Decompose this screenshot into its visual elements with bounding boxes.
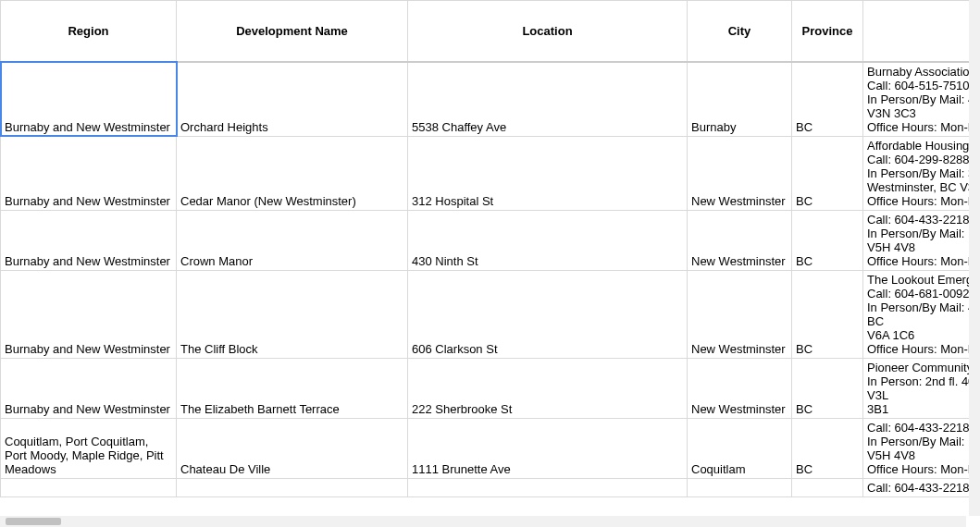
- horizontal-scroll-thumb[interactable]: [6, 518, 61, 525]
- header-city[interactable]: City: [688, 1, 792, 62]
- cell-extra[interactable]: Affordable Housing N Call: 604-299-8288 …: [863, 136, 981, 210]
- table-row: Burnaby and New WestminsterCrown Manor43…: [1, 210, 981, 270]
- header-row: Region Development Name Location City Pr…: [1, 1, 981, 62]
- cell-development[interactable]: Orchard Heights: [177, 62, 408, 137]
- cell-region[interactable]: Coquitlam, Port Coquitlam, Port Moody, M…: [1, 418, 177, 478]
- cell-location[interactable]: 1111 Brunette Ave: [408, 418, 688, 478]
- cell-location[interactable]: [408, 478, 688, 496]
- cell-region[interactable]: Burnaby and New Westminster: [1, 136, 177, 210]
- data-table[interactable]: Region Development Name Location City Pr…: [0, 0, 980, 497]
- cell-province[interactable]: BC: [792, 270, 863, 358]
- table-row: Burnaby and New WestminsterThe Cliff Blo…: [1, 270, 981, 358]
- cell-development[interactable]: Crown Manor: [177, 210, 408, 270]
- cell-development[interactable]: [177, 478, 408, 496]
- cell-location[interactable]: 222 Sherbrooke St: [408, 358, 688, 418]
- cell-location[interactable]: 606 Clarkson St: [408, 270, 688, 358]
- cell-region[interactable]: Burnaby and New Westminster: [1, 210, 177, 270]
- table-row: Burnaby and New WestminsterCedar Manor (…: [1, 136, 981, 210]
- cell-development[interactable]: The Cliff Block: [177, 270, 408, 358]
- cell-region[interactable]: [1, 478, 177, 496]
- cell-location[interactable]: 312 Hospital St: [408, 136, 688, 210]
- cell-extra[interactable]: Call: 604-433-2218 In Person/By Mail: 10…: [863, 418, 981, 478]
- spreadsheet-viewport: Region Development Name Location City Pr…: [0, 0, 980, 527]
- cell-region[interactable]: Burnaby and New Westminster: [1, 62, 177, 137]
- cell-development[interactable]: The Elizabeth Barnett Terrace: [177, 358, 408, 418]
- header-development[interactable]: Development Name: [177, 1, 408, 62]
- cell-province[interactable]: BC: [792, 136, 863, 210]
- cell-city[interactable]: Burnaby: [688, 62, 792, 137]
- cell-city[interactable]: New Westminster: [688, 136, 792, 210]
- cell-city[interactable]: [688, 478, 792, 496]
- cell-extra[interactable]: The Lookout Emerge Call: 604-681-0092 In…: [863, 270, 981, 358]
- cell-extra[interactable]: Call: 604-433-2218: [863, 478, 981, 496]
- cell-extra[interactable]: Pioneer Community L In Person: 2nd fl. 4…: [863, 358, 981, 418]
- table-row: Burnaby and New WestminsterThe Elizabeth…: [1, 358, 981, 418]
- table-row: Burnaby and New WestminsterOrchard Heigh…: [1, 62, 981, 137]
- cell-province[interactable]: BC: [792, 210, 863, 270]
- cell-city[interactable]: New Westminster: [688, 270, 792, 358]
- cell-city[interactable]: Coquitlam: [688, 418, 792, 478]
- cell-province[interactable]: BC: [792, 62, 863, 137]
- cell-extra[interactable]: Burnaby Association f Call: 604-515-7510…: [863, 62, 981, 137]
- header-location[interactable]: Location: [408, 1, 688, 62]
- cell-region[interactable]: Burnaby and New Westminster: [1, 270, 177, 358]
- cell-province[interactable]: BC: [792, 418, 863, 478]
- table-row: Coquitlam, Port Coquitlam, Port Moody, M…: [1, 418, 981, 478]
- vertical-scrollbar[interactable]: [969, 0, 980, 516]
- table-row: Call: 604-433-2218: [1, 478, 981, 496]
- header-region[interactable]: Region: [1, 1, 177, 62]
- cell-location[interactable]: 5538 Chaffey Ave: [408, 62, 688, 137]
- table-body: Burnaby and New WestminsterOrchard Heigh…: [1, 62, 981, 497]
- cell-province[interactable]: BC: [792, 358, 863, 418]
- cell-location[interactable]: 430 Ninth St: [408, 210, 688, 270]
- cell-city[interactable]: New Westminster: [688, 358, 792, 418]
- cell-development[interactable]: Cedar Manor (New Westminster): [177, 136, 408, 210]
- horizontal-scrollbar[interactable]: [0, 516, 966, 527]
- header-extra[interactable]: H: [863, 1, 981, 62]
- cell-province[interactable]: [792, 478, 863, 496]
- cell-development[interactable]: Chateau De Ville: [177, 418, 408, 478]
- cell-region[interactable]: Burnaby and New Westminster: [1, 358, 177, 418]
- header-province[interactable]: Province: [792, 1, 863, 62]
- cell-extra[interactable]: Call: 604-433-2218 In Person/By Mail: 10…: [863, 210, 981, 270]
- cell-city[interactable]: New Westminster: [688, 210, 792, 270]
